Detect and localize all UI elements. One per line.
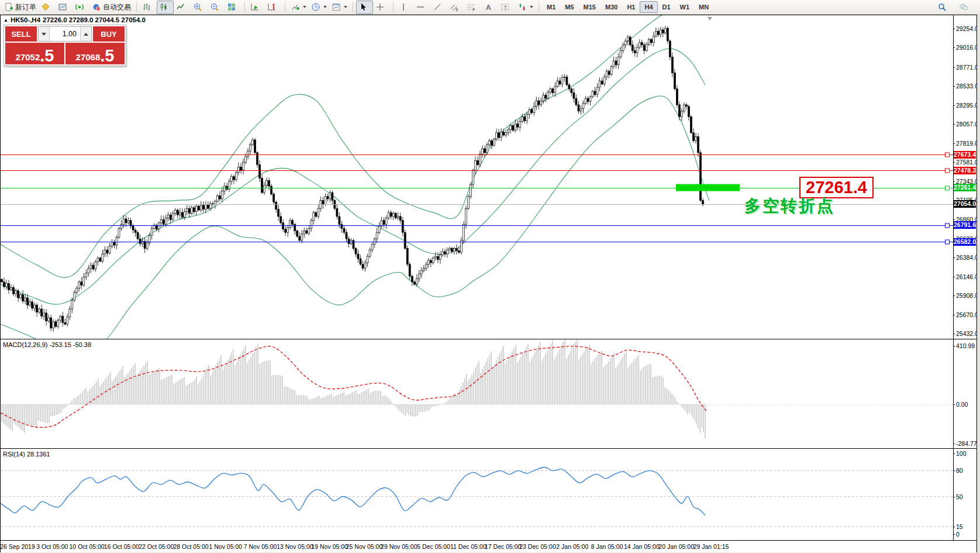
vertical-line-button[interactable] [396,1,413,14]
chart-shift-marker [708,17,712,20]
time-tick-label: 2 Jan 05:00 [556,543,588,550]
volume-decrease-button[interactable] [39,27,50,41]
price-tick-label: 25908.0 [956,292,976,299]
timeframe-m1-button[interactable]: M1 [542,1,560,13]
time-tick-label: 22 Oct 05:00 [139,543,174,550]
turning-point-annotation[interactable]: 多空转折点 [744,195,835,217]
volume-increase-button[interactable] [80,27,91,41]
time-tick-label: 7 Nov 05:00 [244,543,277,550]
community-button[interactable] [957,1,974,14]
tile-windows-button[interactable] [225,1,241,14]
channel-icon: E [450,2,459,12]
hline-icon [416,2,425,12]
ohlc-values: 27226.0 27289.0 27044.5 27054.0 [43,16,146,23]
time-axis[interactable]: 26 Sep 20193 Oct 05:0010 Oct 05:0016 Oct… [1,540,976,552]
indicators-list-button[interactable] [288,1,309,14]
timeframe-w1-button[interactable]: W1 [675,1,695,13]
text-label-button[interactable]: T [498,1,515,14]
time-tick-label: 23 Dec 05:00 [519,543,555,550]
timeframe-h4-button[interactable]: H4 [640,1,657,13]
axis-tick [953,277,955,277]
collapse-icon[interactable]: ▲ [4,18,8,23]
buy-button[interactable]: BUY [93,26,125,42]
dropdown-caret-icon[interactable] [530,6,533,8]
symbol-title: ▲ HK50-,H4 27226.0 27289.0 27044.5 27054… [4,16,146,23]
doc-plus-icon [4,2,13,12]
price-tick-label: 26384.0 [956,254,976,261]
timeframe-m5-button[interactable]: M5 [560,1,578,13]
timeframe-m15-button[interactable]: M15 [579,1,601,13]
chart-window-icon [58,2,67,12]
price-tick-label: 27581.0 [956,159,976,166]
svg-text:E: E [456,8,459,12]
timeframe-m30-button[interactable]: M30 [601,1,622,13]
crosshair-button[interactable] [373,1,390,14]
axis-tick [953,124,955,125]
new-order-button[interactable]: 新订单 [2,1,39,14]
zoom-in-icon [193,2,202,12]
buy-price[interactable]: 27068.5 [65,43,125,64]
auto-scroll-button[interactable] [248,1,265,14]
candles-chart-button[interactable] [157,1,174,14]
axis-tick [953,497,955,497]
timeframe-d1-button[interactable]: D1 [658,1,675,13]
labelT-icon: T [501,2,510,12]
time-tick-label: 29 Jan 01:15 [693,543,729,550]
macd-pane[interactable]: MACD(12,26,9) -253.15 -50.38 410.990.00-… [1,339,976,449]
cursor-button[interactable] [356,1,373,14]
templates-button[interactable] [329,1,350,14]
fibonacci-button[interactable]: F [464,1,481,14]
rsi-pane[interactable]: RSI(14) 28.1361 1008050150 [1,448,976,541]
price-tick-label: 25670.0 [956,311,976,318]
text-button[interactable]: A [481,1,498,14]
chart-shift-button[interactable] [265,1,282,14]
search-button[interactable] [935,1,952,14]
price-tick-label: 28295.0 [956,102,976,109]
svg-text:T: T [504,5,508,11]
equidistant-channel-button[interactable]: E [447,1,464,14]
zoom-out-button[interactable] [208,1,225,14]
market-watch-button[interactable] [39,1,56,14]
axis-tick [953,29,955,29]
volume-input[interactable]: 1.00 [50,27,80,41]
price-tag: 27261.4 [954,184,976,191]
sell-button[interactable]: SELL [5,26,37,42]
signals-button[interactable] [73,1,89,14]
one-click-trade-panel: SELL 1.00 BUY 27052.5 27068.5 [4,25,126,66]
auto-trading-button[interactable]: 自动交易 [89,1,133,14]
price-tick-label: 26146.0 [956,273,976,280]
main-chart-pane[interactable]: ▲ HK50-,H4 27226.0 27289.0 27044.5 27054… [1,15,976,339]
price-tick-label: 28771.0 [956,64,976,71]
toolbar-right-icons [935,1,978,14]
time-tick-label: 14 Jan 05:00 [624,543,660,550]
timeframe-h1-button[interactable]: H1 [622,1,640,13]
dropdown-caret-icon[interactable] [344,6,347,8]
sell-price[interactable]: 27052.5 [5,43,64,64]
candles-icon [159,2,168,12]
trendline-button[interactable] [430,1,447,14]
timeframe-mn-button[interactable]: MN [694,1,713,13]
volume-stepper: 1.00 [38,26,92,42]
arrows-button[interactable] [515,1,536,14]
dropdown-caret-icon[interactable] [303,6,306,8]
time-tick-label: 28 Oct 05:00 [173,543,208,550]
horizontal-line-button[interactable] [413,1,430,14]
macd-min-label: -284.77 [956,440,976,447]
dropdown-caret-icon[interactable] [323,6,327,8]
time-tick-label: 8 Jan 05:00 [591,543,623,550]
line-chart-button[interactable] [174,1,191,14]
chevron-up-icon [84,33,88,36]
rsi-tick-label: 15 [956,523,963,530]
bars-icon [142,2,151,12]
axis-tick [953,454,955,454]
toolbar-separator [353,2,353,12]
axis-tick [953,257,955,258]
rsi-tick-label: 100 [956,450,967,457]
axis-tick [953,219,955,220]
zoom-in-button[interactable] [191,1,208,14]
time-tick-label: 17 Dec 05:00 [485,543,521,550]
profiles-button[interactable] [56,1,73,14]
svg-text:A: A [486,4,491,12]
bars-chart-button[interactable] [140,1,157,14]
periods-button[interactable] [309,1,329,14]
